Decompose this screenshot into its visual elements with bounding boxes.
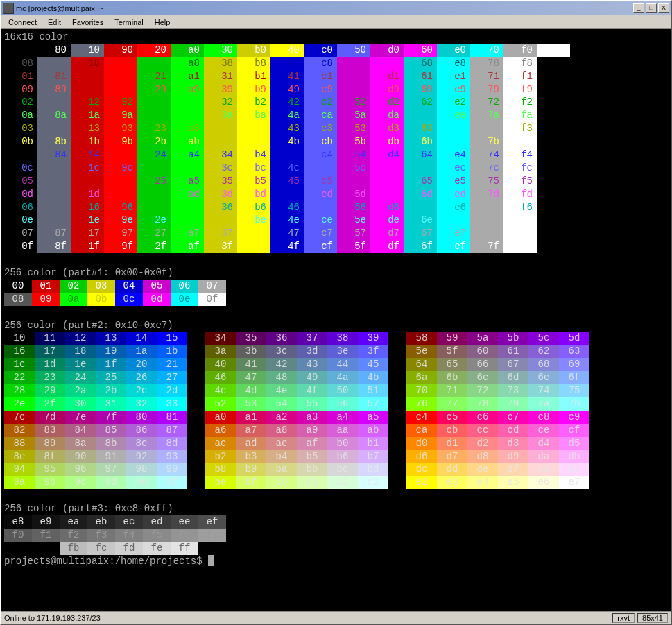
menu-help[interactable]: Help bbox=[149, 17, 176, 28]
maximize-button[interactable]: □ bbox=[646, 3, 657, 13]
titlebar[interactable]: mc [projects@multipaix]:~ _ □ X bbox=[1, 1, 671, 15]
app-icon bbox=[3, 3, 14, 14]
window-title: mc [projects@multipaix]:~ bbox=[16, 4, 632, 12]
app-window: mc [projects@multipaix]:~ _ □ X Connect … bbox=[0, 0, 672, 625]
status-termtype: rxvt bbox=[612, 613, 635, 623]
menu-edit[interactable]: Edit bbox=[42, 17, 67, 28]
terminal-output[interactable]: 16x16 color80109020a030b040c050d060e070f… bbox=[1, 29, 671, 611]
menu-favorites[interactable]: Favorites bbox=[67, 17, 109, 28]
menu-terminal[interactable]: Terminal bbox=[109, 17, 149, 28]
minimize-button[interactable]: _ bbox=[633, 3, 644, 13]
status-connection: Online to 171.19.193.237/23 bbox=[4, 614, 610, 622]
status-bar: Online to 171.19.193.237/23 rxvt 85x41 bbox=[1, 611, 671, 624]
close-button[interactable]: X bbox=[658, 3, 669, 13]
menubar: Connect Edit Favorites Terminal Help bbox=[1, 15, 671, 29]
menu-connect[interactable]: Connect bbox=[3, 17, 42, 28]
status-dimensions: 85x41 bbox=[637, 613, 668, 623]
